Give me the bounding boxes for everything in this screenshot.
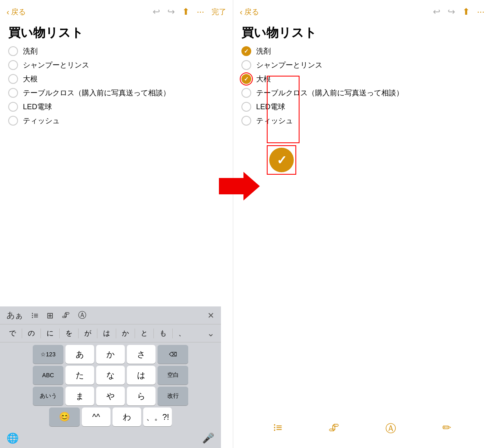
right-more-icon[interactable]: ··· [477, 7, 484, 17]
right-note-title: 買い物リスト [233, 21, 491, 46]
kbtool-circle-a-icon[interactable]: Ⓐ [78, 310, 86, 321]
key-ta[interactable]: た [65, 366, 94, 385]
list-item: 洗剤 [241, 46, 483, 56]
left-nav-bar: ‹ 戻る ↩ ↪ ⬆ ··· 完了 [0, 0, 233, 21]
key-ma[interactable]: ま [65, 387, 94, 405]
suggestion-6[interactable]: は [97, 329, 116, 338]
key-row-1: ☆123 あ か さ ⌫ [2, 345, 219, 364]
mic-icon[interactable]: 🎤 [202, 432, 214, 444]
right-undo-icon[interactable]: ↩ [433, 7, 440, 17]
key-sa[interactable]: さ [127, 345, 155, 364]
gold-check-circle[interactable]: ✓ [269, 148, 294, 172]
key-space[interactable]: 空白 [158, 366, 188, 385]
globe-icon[interactable]: 🌐 [7, 432, 19, 444]
checkbox-3[interactable] [8, 74, 18, 84]
left-nav-center: ↩ ↪ ⬆ ··· 完了 [153, 7, 226, 17]
left-note-title: 買い物リスト [0, 21, 233, 46]
list-item: LED電球 [241, 102, 483, 112]
key-ya[interactable]: や [96, 387, 125, 405]
key-ka[interactable]: か [96, 345, 125, 364]
keyboard-bottom-bar: 🌐 🎤 [0, 430, 221, 448]
item-label-r4: テーブルクロス（購入前に写真送って相談） [256, 88, 403, 98]
suggestion-2[interactable]: の [22, 329, 41, 338]
checkbox-r1[interactable] [241, 46, 251, 56]
left-more-icon[interactable]: ··· [197, 7, 204, 17]
list-item: テーブルクロス（購入前に写真送って相談） [8, 88, 225, 98]
bottom-circle-a-icon[interactable]: Ⓐ [385, 421, 396, 436]
right-share-icon[interactable]: ⬆ [462, 7, 470, 17]
kbtool-list-icon[interactable]: ⁝≡ [31, 311, 38, 320]
list-item: テーブルクロス（購入前に写真送って相談） [241, 88, 483, 98]
item-label-5: LED電球 [23, 102, 52, 112]
key-enter[interactable]: 改行 [158, 387, 188, 405]
checkbox-r5[interactable] [241, 102, 251, 112]
item-label-3: 大根 [23, 74, 38, 84]
checkbox-r4[interactable] [241, 88, 251, 98]
suggestion-9[interactable]: も [154, 329, 172, 338]
suggestion-10[interactable]: 、 [173, 329, 191, 338]
suggestion-5[interactable]: が [79, 329, 97, 338]
right-nav-right: ↩ ↪ ⬆ ··· [433, 7, 484, 17]
kbtool-close-icon[interactable]: ✕ [207, 311, 214, 320]
kbtool-clip-icon[interactable]: 🖇 [62, 311, 70, 320]
list-item: シャンプーとリンス [8, 60, 225, 70]
item-label-1: 洗剤 [23, 46, 38, 56]
key-hat[interactable]: ^^ [82, 407, 110, 426]
checkbox-2[interactable] [8, 60, 18, 70]
svg-marker-0 [219, 172, 260, 200]
suggestion-3[interactable]: に [41, 329, 59, 338]
key-a[interactable]: あ [65, 345, 94, 364]
left-redo-icon[interactable]: ↪ [167, 7, 175, 17]
keyboard-rows: ☆123 あ か さ ⌫ ABC た な は 空白 あいう ま や ら 改行 [0, 342, 221, 430]
list-item: 洗剤 [8, 46, 225, 56]
key-backspace[interactable]: ⌫ [158, 345, 188, 364]
left-share-icon[interactable]: ⬆ [182, 7, 189, 17]
checkbox-r6[interactable] [241, 116, 251, 126]
checkbox-4[interactable] [8, 88, 18, 98]
bottom-list-icon[interactable]: ⁝≡ [273, 421, 282, 436]
key-aiueo[interactable]: あいう [33, 387, 63, 405]
keyboard-toolbar: あぁ ⁝≡ ⊞ 🖇 Ⓐ ✕ [0, 306, 221, 324]
checkbox-5[interactable] [8, 102, 18, 112]
item-label-r5: LED電球 [256, 102, 285, 112]
left-checklist: 洗剤 シャンプーとリンス 大根 テーブルクロス（購入前に写真送って相談） LED… [0, 46, 233, 126]
key-emoji[interactable]: 😊 [49, 407, 80, 426]
left-back-button[interactable]: ‹ 戻る [7, 7, 26, 17]
right-checklist: 洗剤 シャンプーとリンス 大根 テーブルクロス（購入前に写真送って相談） LED… [233, 46, 491, 126]
key-wa[interactable]: わ [113, 407, 141, 426]
bottom-edit-icon[interactable]: ✏ [442, 421, 451, 436]
key-abc[interactable]: ABC [33, 366, 63, 385]
left-undo-icon[interactable]: ↩ [153, 7, 160, 17]
kbtool-table-icon[interactable]: ⊞ [47, 311, 54, 320]
kbtool-aa-icon[interactable]: あぁ [7, 310, 23, 321]
checkbox-r3[interactable] [241, 74, 251, 84]
item-label-4: テーブルクロス（購入前に写真送って相談） [23, 88, 170, 98]
left-done-button[interactable]: 完了 [212, 7, 226, 17]
right-back-label: 戻る [244, 7, 259, 17]
left-chevron-icon: ‹ [7, 7, 9, 17]
suggestion-4[interactable]: を [60, 329, 78, 338]
key-na[interactable]: な [96, 366, 125, 385]
right-chevron-icon: ‹ [240, 7, 243, 17]
right-redo-icon[interactable]: ↪ [448, 7, 455, 17]
suggestion-1[interactable]: で [3, 329, 22, 338]
item-label-6: ティッシュ [23, 116, 60, 126]
left-panel: ‹ 戻る ↩ ↪ ⬆ ··· 完了 買い物リスト 洗剤 シャンプーとリンス 大根… [0, 0, 233, 448]
key-row-3: あいう ま や ら 改行 [2, 387, 219, 405]
suggestions-expand-icon[interactable]: ⌄ [204, 328, 218, 339]
key-punct[interactable]: 、。?! [143, 407, 172, 426]
suggestion-8[interactable]: と [135, 329, 153, 338]
checkbox-6[interactable] [8, 116, 18, 126]
key-123[interactable]: ☆123 [33, 345, 63, 364]
suggestion-7[interactable]: か [116, 329, 135, 338]
list-item: 大根 [8, 74, 225, 84]
key-ra[interactable]: ら [127, 387, 155, 405]
keyboard-area: あぁ ⁝≡ ⊞ 🖇 Ⓐ ✕ で の に を が は か と も [0, 306, 221, 448]
right-back-button[interactable]: ‹ 戻る [240, 7, 259, 17]
checkbox-r2[interactable] [241, 60, 251, 70]
annotation-box-check: ✓ [267, 145, 296, 175]
bottom-clip-icon[interactable]: 🖇 [329, 421, 339, 436]
item-label-2: シャンプーとリンス [23, 60, 89, 70]
key-ha[interactable]: は [127, 366, 155, 385]
checkbox-1[interactable] [8, 46, 18, 56]
